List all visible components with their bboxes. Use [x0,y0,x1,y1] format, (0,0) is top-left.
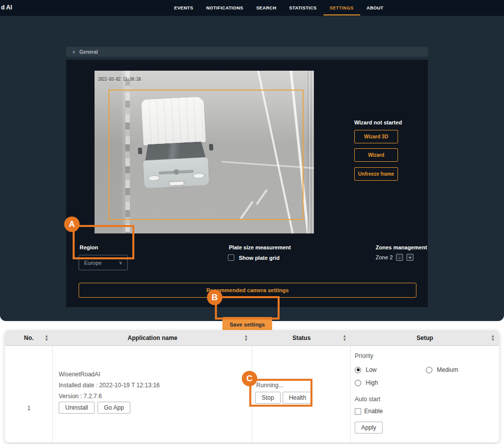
table-header-row: No. ∧∨ Application name ∧∨ Status ∧∨ Set… [5,330,499,346]
health-button[interactable]: Health [283,392,313,404]
general-section-header[interactable]: ∧ General [66,47,428,57]
cell-no: 1 [5,346,53,443]
installed-date: Installed date : 2022-10-19 T 12:13:16 [59,382,160,389]
application-name: WisenetRoadAI [59,371,100,378]
cell-application-name: WisenetRoadAI Installed date : 2022-10-1… [53,346,252,443]
header-application-label: Application name [127,334,177,341]
sort-icon[interactable]: ∧∨ [245,335,247,341]
enable-checkbox[interactable] [355,408,361,415]
zone-minus-button[interactable]: - [396,254,403,261]
apply-button[interactable]: Apply [355,422,383,434]
zone-plus-button[interactable]: + [406,254,413,261]
uninstall-button[interactable]: Uninstall [59,402,95,414]
radio-icon[interactable] [355,367,361,373]
priority-radio-high[interactable]: High [355,379,378,386]
header-no-label: No. [24,334,33,341]
wizard-button[interactable]: Wizard [354,148,398,162]
zones-row: Zone 2 - + [376,254,413,261]
roadside-texture [307,71,314,233]
save-settings-button[interactable]: Save settings [222,317,272,332]
header-status-label: Status [293,334,311,341]
chevron-down-icon: ∨ [119,260,122,265]
main-nav: EVENTS NOTIFICATIONS SEARCH STATISTICS S… [174,0,384,16]
auto-start-label: Auto start [355,396,380,403]
table-header-status[interactable]: Status ∧∨ [252,330,351,345]
stop-button[interactable]: Stop [255,392,281,404]
region-dropdown-value: Europe [84,260,101,266]
nav-item-statistics[interactable]: STATISTICS [289,0,316,16]
sort-icon[interactable]: ∧∨ [45,335,48,341]
general-section-title: General [80,49,98,55]
chevron-up-icon: ∧ [72,50,76,54]
wizard-status-text: Wizard not started [354,119,402,125]
table-header-application-name[interactable]: Application name ∧∨ [53,330,252,345]
cell-setup: Priority Low Medium High Auto start [351,346,499,443]
nav-item-notifications[interactable]: NOTIFICATIONS [206,0,243,16]
radio-icon[interactable] [426,367,432,373]
table-header-no[interactable]: No. ∧∨ [5,330,53,345]
version: Version : 7.2.7.6 [59,393,102,400]
app-logo: d AI [1,4,12,11]
region-label: Region [80,244,98,250]
sort-icon[interactable]: ∧∨ [492,335,494,341]
settings-panel: ∧ General 2022-03-02 11:38:20 [0,16,504,321]
unfreeze-frame-button[interactable]: Unfreeze frame [354,167,398,181]
show-plate-grid-row: Show plate grid [228,254,280,261]
show-plate-grid-checkbox[interactable] [228,254,234,261]
status-text: Running... [256,382,284,389]
enable-label: Enable [364,408,383,415]
header-setup-label: Setup [416,334,433,341]
priority-medium-label: Medium [437,366,458,373]
camera-preview: 2022-03-02 11:38:20 [95,71,314,233]
setup-panel: Priority Low Medium High Auto start [355,346,497,443]
applications-table: No. ∧∨ Application name ∧∨ Status ∧∨ Set… [5,330,499,443]
zones-management-label: Zones management [376,244,427,250]
show-plate-grid-label: Show plate grid [239,255,280,261]
region-dropdown[interactable]: Europe ∨ [79,255,128,270]
enable-checkbox-row[interactable]: Enable [355,408,383,415]
nav-item-events[interactable]: EVENTS [174,0,193,16]
priority-radio-low[interactable]: Low [355,366,377,373]
priority-low-label: Low [366,366,377,373]
page: d AI EVENTS NOTIFICATIONS SEARCH STATIST… [0,0,504,444]
recommended-camera-settings-button[interactable]: Recommended camera settings [79,283,416,298]
row-number: 1 [5,405,53,412]
status-buttons: Stop Health [255,392,312,404]
zone-name-label: Zone 2 [376,254,393,260]
nav-item-settings[interactable]: SETTINGS [330,0,354,16]
wizard-3d-button[interactable]: Wizard 3D [354,130,398,143]
go-app-button[interactable]: Go App [98,402,130,414]
priority-radio-medium[interactable]: Medium [426,366,458,373]
priority-high-label: High [366,379,378,386]
video-timestamp: 2022-03-02 11:38:20 [98,77,141,82]
priority-label: Priority [355,352,373,359]
plate-size-label: Plate size measurement [229,244,291,250]
radio-icon[interactable] [355,380,361,386]
table-header-setup[interactable]: Setup ∧∨ [351,330,499,345]
sort-icon[interactable]: ∧∨ [343,335,346,341]
top-navigation-bar: d AI EVENTS NOTIFICATIONS SEARCH STATIST… [0,0,504,16]
detection-zone-overlay[interactable] [108,90,303,220]
table-row: 1 WisenetRoadAI Installed date : 2022-10… [5,346,499,443]
cell-status: Running... Stop Health [252,346,351,443]
application-buttons: Uninstall Go App [59,402,130,414]
nav-item-search[interactable]: SEARCH [256,0,276,16]
nav-item-about[interactable]: ABOUT [367,0,384,16]
